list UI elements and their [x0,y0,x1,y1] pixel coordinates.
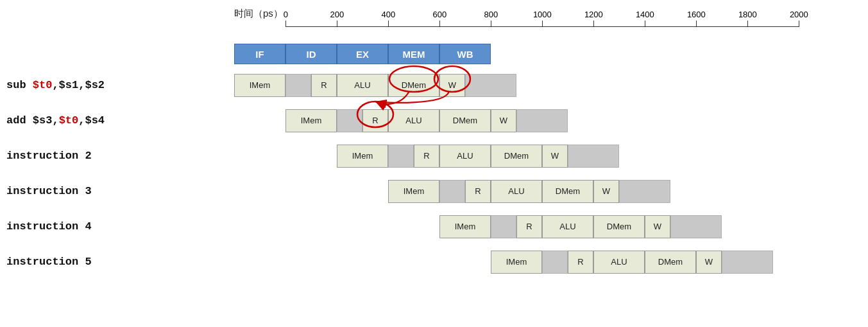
pipeline-row-1: add $s3,$t0,$s4IMemRALUDMemW [0,103,868,138]
stage-cell-r0-c1 [285,74,311,97]
stage-header-wb: WB [439,44,491,64]
row-label-0: sub $t0,$s1,$s2 [6,79,225,91]
tick-1800: 1800 [747,21,748,27]
tick-label-600: 600 [432,10,447,19]
stage-cell-r3-c6 [619,180,670,203]
stage-cell-r2-c6 [568,145,619,168]
stages-row-5: IMemRALUDMemW [491,249,773,275]
tick-600: 600 [439,21,440,27]
tick-label-1600: 1600 [687,10,706,19]
stage-headers: IFIDEXMEMWB [234,44,491,64]
tick-label-800: 800 [484,10,498,19]
tick-200: 200 [337,21,337,27]
stage-header-mem: MEM [388,44,439,64]
tick-0: 0 [285,21,286,27]
tick-1400: 1400 [645,21,645,27]
stage-cell-r1-c1 [337,109,362,132]
stage-cell-r3-c2: R [465,180,491,203]
pipeline-area: sub $t0,$s1,$s2IMemRALUDMemWadd $s3,$t0,… [0,67,868,279]
tick-label-1000: 1000 [533,10,552,19]
stages-row-3: IMemRALUDMemW [388,179,670,204]
main-container: 时间（ps） 020040060080010001200140016001800… [0,0,868,327]
stage-cell-r0-c0: IMem [234,74,285,97]
stage-cell-r2-c3: ALU [439,145,491,168]
stage-header-ex: EX [337,44,388,64]
stage-cell-r2-c5: W [542,145,568,168]
tick-label-1800: 1800 [738,10,757,19]
stage-cell-r0-c5: W [439,74,465,97]
tick-label-1400: 1400 [636,10,654,19]
row-label-1: add $s3,$t0,$s4 [6,114,225,127]
tick-label-0: 0 [284,10,288,19]
stage-cell-r0-c6 [465,74,516,97]
stage-cell-r5-c5: W [696,251,722,274]
stage-cell-r1-c0: IMem [285,109,337,132]
stage-cell-r2-c2: R [414,145,439,168]
tick-label-2000: 2000 [790,10,808,19]
stage-cell-r0-c2: R [311,74,337,97]
tick-label-200: 200 [330,10,344,19]
stage-header-if: IF [234,44,285,64]
tick-400: 400 [388,21,389,27]
stage-cell-r1-c2: R [362,109,388,132]
stage-cell-r4-c0: IMem [439,215,491,238]
stages-row-0: IMemRALUDMemW [234,73,516,98]
stage-cell-r3-c5: W [593,180,619,203]
stage-cell-r2-c4: DMem [491,145,542,168]
stage-cell-r5-c6 [722,251,773,274]
tick-1600: 1600 [696,21,697,27]
stage-cell-r4-c3: ALU [542,215,593,238]
stage-cell-r0-c3: ALU [337,74,388,97]
row-label-5: instruction 5 [6,256,225,268]
stages-row-2: IMemRALUDMemW [337,143,619,169]
stage-cell-r3-c3: ALU [491,180,542,203]
stage-cell-r5-c1 [542,251,568,274]
stage-cell-r5-c3: ALU [593,251,645,274]
stage-cell-r0-c4: DMem [388,74,439,97]
stage-cell-r1-c3: ALU [388,109,439,132]
pipeline-row-5: instruction 5IMemRALUDMemW [0,244,868,279]
pipeline-row-3: instruction 3IMemRALUDMemW [0,173,868,209]
stage-cell-r5-c4: DMem [645,251,696,274]
tick-1000: 1000 [542,21,543,27]
stage-cell-r2-c0: IMem [337,145,388,168]
stage-cell-r3-c0: IMem [388,180,439,203]
row-label-2: instruction 2 [6,150,225,162]
stage-cell-r1-c5: W [491,109,516,132]
stage-cell-r4-c1 [491,215,516,238]
stage-cell-r1-c6 [516,109,568,132]
stage-cell-r4-c5: W [645,215,670,238]
row-label-3: instruction 3 [6,185,225,197]
stages-row-1: IMemRALUDMemW [285,108,568,134]
tick-2000: 2000 [799,21,799,27]
stages-row-4: IMemRALUDMemW [439,214,722,240]
pipeline-row-4: instruction 4IMemRALUDMemW [0,209,868,244]
stage-cell-r2-c1 [388,145,414,168]
tick-label-1200: 1200 [584,10,603,19]
stage-cell-r4-c2: R [516,215,542,238]
tick-800: 800 [491,21,491,27]
stage-cell-r5-c2: R [568,251,593,274]
pipeline-row-2: instruction 2IMemRALUDMemW [0,138,868,173]
pipeline-row-0: sub $t0,$s1,$s2IMemRALUDMemW [0,67,868,103]
stage-cell-r4-c4: DMem [593,215,645,238]
stage-cell-r3-c1 [439,180,465,203]
stage-cell-r5-c0: IMem [491,251,542,274]
timeline: 时间（ps） 020040060080010001200140016001800… [234,8,285,27]
row-label-4: instruction 4 [6,220,225,233]
stage-cell-r1-c4: DMem [439,109,491,132]
stage-cell-r3-c4: DMem [542,180,593,203]
stage-cell-r4-c6 [670,215,722,238]
stage-header-id: ID [285,44,337,64]
tick-1200: 1200 [593,21,594,27]
tick-label-400: 400 [381,10,395,19]
timeline-label: 时间（ps） [234,8,283,20]
